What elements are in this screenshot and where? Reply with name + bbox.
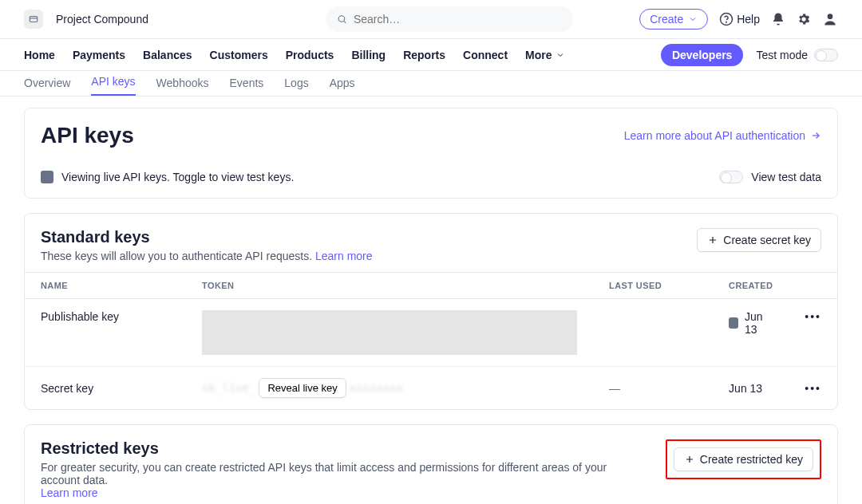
project-logo (24, 10, 43, 29)
create-button[interactable]: Create (639, 9, 708, 30)
developers-button[interactable]: Developers (661, 44, 743, 66)
secret-token-blurred: sk_live_ (202, 381, 255, 394)
learn-more-auth-link[interactable]: Learn more about API authentication (624, 129, 821, 142)
standard-learn-more-link[interactable]: Learn more (315, 250, 373, 262)
tab-webhooks[interactable]: Webhooks (156, 77, 209, 96)
nav-more[interactable]: More (525, 49, 564, 61)
nav-more-label: More (525, 49, 552, 61)
nav-reports[interactable]: Reports (403, 49, 445, 61)
chevron-down-icon (556, 50, 565, 60)
help-label: Help (737, 13, 760, 26)
table-row: Publishable key Jun 13 ••• (25, 299, 837, 367)
create-restricted-key-button[interactable]: Create restricted key (674, 447, 813, 471)
create-secret-key-label: Create secret key (723, 234, 811, 246)
nav-home[interactable]: Home (24, 49, 55, 61)
standard-keys-desc: These keys will allow you to authenticat… (41, 250, 315, 262)
arrow-right-icon (810, 130, 821, 141)
svg-point-3 (726, 22, 727, 22)
api-keys-header-panel: API keys Learn more about API authentica… (24, 108, 838, 199)
table-row: Secret key sk_live_ Reveal live key xxxx… (25, 367, 837, 410)
nav-billing[interactable]: Billing (351, 49, 386, 61)
restricted-keys-panel: Restricted keys For greater security, yo… (24, 424, 838, 504)
key-created: Jun 13 (745, 310, 773, 336)
info-icon (41, 171, 53, 183)
chevron-down-icon (688, 14, 698, 24)
notifications-icon[interactable] (771, 12, 785, 26)
info-icon (729, 317, 738, 329)
col-token: TOKEN (186, 273, 593, 299)
standard-keys-panel: Standard keys These keys will allow you … (24, 213, 838, 410)
live-keys-notice: Viewing live API keys. Toggle to view te… (61, 171, 294, 183)
view-test-data-label: View test data (751, 171, 821, 183)
svg-rect-0 (30, 17, 37, 22)
test-mode-toggle[interactable] (814, 49, 838, 61)
publishable-token-redacted[interactable] (202, 310, 577, 355)
key-last-used (593, 299, 713, 367)
search-icon (337, 14, 347, 25)
main-nav: Home Payments Balances Customers Product… (0, 39, 862, 71)
nav-connect[interactable]: Connect (463, 49, 508, 61)
nav-customers[interactable]: Customers (210, 49, 268, 61)
create-restricted-key-label: Create restricted key (700, 453, 803, 466)
svg-point-4 (828, 14, 833, 19)
restricted-keys-title: Restricted keys (41, 439, 647, 458)
key-name: Secret key (25, 367, 186, 410)
create-secret-key-button[interactable]: Create secret key (697, 228, 821, 252)
nav-products[interactable]: Products (286, 49, 334, 61)
create-label: Create (650, 13, 683, 26)
key-last-used: — (609, 382, 620, 395)
row-actions-menu[interactable]: ••• (789, 367, 837, 410)
standard-keys-title: Standard keys (41, 228, 373, 246)
plus-icon (684, 454, 695, 465)
restricted-keys-desc: For greater security, you can create res… (41, 461, 607, 486)
tab-api-keys[interactable]: API keys (91, 75, 135, 96)
help-link[interactable]: Help (719, 12, 760, 26)
tab-overview[interactable]: Overview (24, 77, 70, 96)
nav-balances[interactable]: Balances (143, 49, 192, 61)
reveal-live-key-button[interactable]: Reveal live key (259, 378, 346, 398)
key-created: Jun 13 (729, 382, 762, 395)
search-box[interactable] (326, 6, 573, 32)
project-name[interactable]: Project Compound (56, 13, 148, 26)
account-icon[interactable] (822, 11, 838, 27)
key-name: Publishable key (25, 299, 186, 367)
test-mode-label: Test mode (756, 49, 808, 61)
developers-subnav: Overview API keys Webhooks Events Logs A… (0, 71, 862, 96)
tab-apps[interactable]: Apps (330, 77, 355, 96)
restricted-learn-more-link[interactable]: Learn more (41, 486, 98, 499)
svg-point-1 (338, 16, 345, 22)
tab-events[interactable]: Events (230, 77, 264, 96)
col-last: LAST USED (593, 273, 713, 299)
secret-token-blurred: xxxxxxxx (350, 381, 403, 394)
create-restricted-key-highlight: Create restricted key (666, 439, 821, 479)
test-mode-toggle-group: Test mode (756, 49, 838, 61)
search-input[interactable] (354, 13, 562, 26)
col-name: NAME (25, 273, 186, 299)
tab-logs[interactable]: Logs (284, 77, 308, 96)
nav-payments[interactable]: Payments (73, 49, 125, 61)
learn-more-auth-label: Learn more about API authentication (624, 129, 805, 142)
view-test-data-toggle[interactable] (719, 171, 743, 183)
col-created: CREATED (713, 273, 789, 299)
page-title: API keys (41, 123, 134, 148)
settings-icon[interactable] (797, 12, 811, 26)
row-actions-menu[interactable]: ••• (789, 299, 837, 367)
help-icon (719, 12, 733, 26)
standard-keys-table: NAME TOKEN LAST USED CREATED Publishable… (25, 272, 837, 409)
plus-icon (707, 234, 718, 246)
